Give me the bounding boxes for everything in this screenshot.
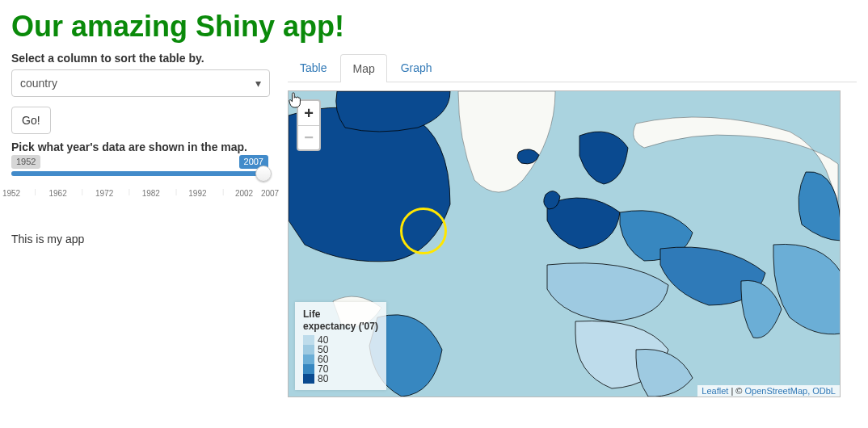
sidebar: Select a column to sort the table by. co… [11,48,270,397]
tabset: Table Map Graph [288,52,857,82]
attribution-sep: | © [728,386,744,396]
slider-handle[interactable] [255,166,272,182]
legend-swatch [303,335,314,345]
legend-row: 50 [303,345,378,355]
tick-label: 1992 [188,189,206,198]
zoom-in-button[interactable]: + [298,101,319,125]
tab-table[interactable]: Table [288,53,339,82]
leaflet-link[interactable]: Leaflet [702,386,728,396]
page-title: Our amazing Shiny app! [11,10,857,44]
slider-track [11,171,270,176]
legend-value: 80 [318,373,328,384]
legend-swatch [303,345,314,355]
map-attribution: Leaflet | © OpenStreetMap, ODbL [697,385,840,397]
tab-map[interactable]: Map [340,54,386,82]
legend-swatch [303,364,314,374]
legend-row: 80 [303,374,378,384]
year-label: Pick what year's data are shown in the m… [11,141,270,153]
tick-label: 2007 [261,189,279,198]
tab-graph[interactable]: Graph [389,53,445,82]
legend-row: 40 [303,335,378,345]
leaflet-map[interactable]: + − Life expectancy ('07) 4050607080 Lea… [288,90,841,397]
tick-label: 1982 [142,189,160,198]
legend-swatch [303,374,314,384]
legend-swatch [303,355,314,364]
zoom-control: + − [297,99,321,151]
slider-fill [11,171,270,176]
map-legend: Life expectancy ('07) 4050607080 [295,302,386,390]
osm-link[interactable]: OpenStreetMap, ODbL [744,386,836,396]
legend-row: 60 [303,355,378,364]
tick-label: 2002 [235,189,253,198]
legend-title-line: Life [303,308,320,320]
slider-ticks: 1952 1962 1972 1982 1992 2002 2007 [11,189,270,204]
legend-title-line: expectancy ('07) [303,321,378,332]
sort-select-value: country [20,77,57,90]
sort-label: Select a column to sort the table by. [11,52,270,65]
footer-text: This is my app [11,233,270,245]
sort-select[interactable]: country ▾ [11,69,270,97]
chevron-down-icon: ▾ [255,77,261,90]
go-button[interactable]: Go! [11,107,51,134]
legend-row: 70 [303,364,378,374]
tick-label: 1972 [95,189,113,198]
tick-label: 1952 [2,189,20,198]
main-panel: Table Map Graph [288,48,857,397]
slider-min-bubble: 1952 [11,155,40,169]
tick-label: 1962 [48,189,66,198]
year-slider[interactable]: 1952 2007 [11,158,270,184]
zoom-out-button[interactable]: − [298,125,319,149]
